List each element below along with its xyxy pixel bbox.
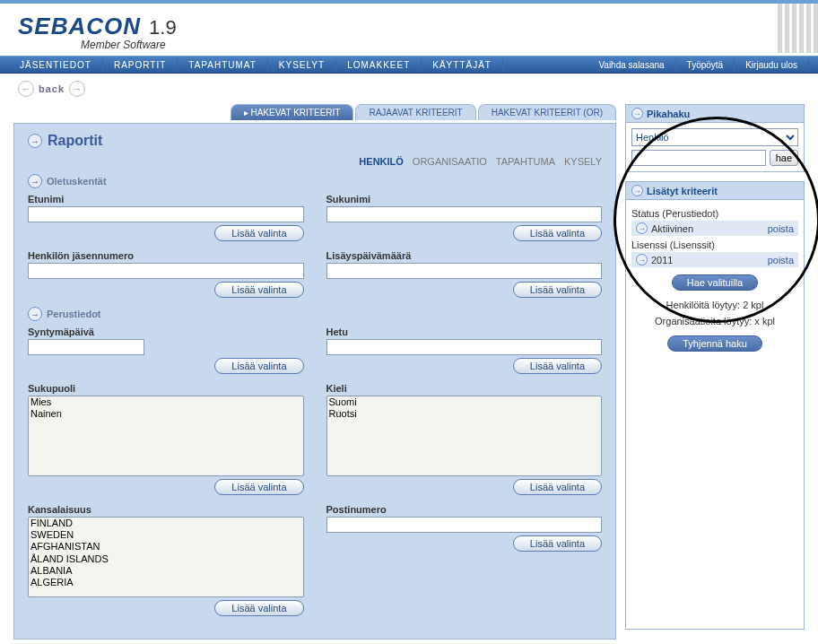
tab-henkilo[interactable]: HENKILÖ xyxy=(359,156,404,167)
brand-tagline: Member Software xyxy=(81,39,800,51)
criteria-group-label: Status (Perustiedot) xyxy=(631,208,798,219)
breadcrumb-bar: ← back → xyxy=(0,74,818,104)
tab-hakevat-kriteerit[interactable]: ▸ HAKEVAT KRITEERIT xyxy=(231,104,354,120)
label-jasennumero: Henkilön jäsennumero xyxy=(28,250,304,261)
label-kansalaisuus: Kansalaisuus xyxy=(28,504,304,515)
tab-kysely[interactable]: KYSELY xyxy=(564,156,602,167)
add-jasennumero-button[interactable]: Lisää valinta xyxy=(214,282,303,298)
tab-hakevat-kriteerit-or[interactable]: HAKEVAT KRITEERIT (OR) xyxy=(478,104,616,120)
quicksearch-title: Pikahaku xyxy=(647,109,690,119)
results-orgs: Organisaatioita löytyy: x kpl xyxy=(631,316,798,326)
criteria-value: 2011 xyxy=(651,255,673,265)
add-postinumero-button[interactable]: Lisää valinta xyxy=(513,535,602,552)
section-title: Perustiedot xyxy=(47,309,101,319)
tab-rajaavat-kriteerit[interactable]: RAJAAVAT KRITEERIT xyxy=(355,104,475,120)
input-etunimi[interactable] xyxy=(28,206,304,222)
app-header: SEBACON 1.9 Member Software xyxy=(0,0,818,56)
criteria-item-icon[interactable]: → xyxy=(636,254,648,265)
label-hetu: Hetu xyxy=(326,326,603,337)
tab-tapahtuma[interactable]: TAPAHTUMA xyxy=(496,156,555,167)
select-kieli[interactable]: Suomi Ruotsi xyxy=(326,396,603,476)
add-hetu-button[interactable]: Lisää valinta xyxy=(513,358,602,374)
header-decoration xyxy=(778,4,818,53)
main-navbar: JÄSENTIEDOT RAPORTIT TAPAHTUMAT KYSELYT … xyxy=(0,56,818,74)
add-sukupuoli-button[interactable]: Lisää valinta xyxy=(214,479,303,495)
quicksearch-type-select[interactable]: Henkilö xyxy=(631,128,798,146)
criteria-tabs: ▸ HAKEVAT KRITEERIT RAJAAVAT KRITEERIT H… xyxy=(13,104,616,120)
expand-icon[interactable]: → xyxy=(631,185,643,196)
nav-item-lomakkeet[interactable]: LOMAKKEET xyxy=(336,57,422,73)
section-toggle-icon[interactable]: → xyxy=(28,174,42,188)
label-etunimi: Etunimi xyxy=(28,194,304,205)
criteria-item: → Aktiivinen poista xyxy=(631,221,798,236)
nav-item-kayttajat[interactable]: KÄYTTÄJÄT xyxy=(422,57,503,73)
remove-criteria-link[interactable]: poista xyxy=(768,223,794,234)
nav-item-raportit[interactable]: RAPORTIT xyxy=(103,57,178,73)
page-title: Raportit xyxy=(48,133,102,149)
search-with-selected-button[interactable]: Hae valituilla xyxy=(672,274,758,291)
section-perustiedot: → Perustiedot xyxy=(28,307,602,321)
remove-criteria-link[interactable]: poista xyxy=(768,255,794,265)
criteria-item: → 2011 poista xyxy=(631,252,798,267)
quicksearch-input[interactable] xyxy=(631,150,766,166)
results-persons: Henkilöitä löytyy: 2 kpl xyxy=(631,300,798,310)
nav-logout[interactable]: Kirjaudu ulos xyxy=(735,57,809,73)
add-syntymapaiva-button[interactable]: Lisää valinta xyxy=(214,358,303,374)
label-postinumero: Postinumero xyxy=(326,504,603,515)
input-syntymapaiva[interactable] xyxy=(28,339,144,355)
nav-desktop[interactable]: Työpöytä xyxy=(676,57,735,73)
brand-logo: SEBACON xyxy=(18,13,141,40)
section-toggle-icon[interactable]: → xyxy=(28,307,42,321)
forward-arrow-icon[interactable]: → xyxy=(69,81,85,97)
input-sukunimi[interactable] xyxy=(326,206,603,222)
label-kieli: Kieli xyxy=(326,383,603,394)
nav-item-kyselyt[interactable]: KYSELYT xyxy=(268,57,336,73)
back-label[interactable]: back xyxy=(39,83,65,94)
select-sukupuoli[interactable]: Mies Nainen xyxy=(28,396,304,476)
add-etunimi-button[interactable]: Lisää valinta xyxy=(214,225,303,241)
input-hetu[interactable] xyxy=(326,339,603,355)
brand-version: 1.9 xyxy=(149,16,177,39)
entity-tabs: HENKILÖ ORGANISAATIO TAPAHTUMA KYSELY xyxy=(28,156,602,167)
nav-change-password[interactable]: Vaihda salasana xyxy=(587,57,675,73)
report-panel: → Raportit HENKILÖ ORGANISAATIO TAPAHTUM… xyxy=(13,123,616,640)
tab-organisaatio[interactable]: ORGANISAATIO xyxy=(413,156,487,167)
label-sukunimi: Sukunimi xyxy=(326,194,603,205)
expand-icon[interactable]: → xyxy=(631,108,643,119)
section-oletuskentat: → Oletuskentät xyxy=(28,174,602,188)
quicksearch-button[interactable]: hae xyxy=(770,150,798,166)
add-kieli-button[interactable]: Lisää valinta xyxy=(513,479,602,495)
input-jasennumero[interactable] xyxy=(28,263,304,279)
label-sukupuoli: Sukupuoli xyxy=(28,383,304,394)
label-lisayspaiva: Lisäyspäivämäärä xyxy=(326,250,603,261)
add-lisayspaiva-button[interactable]: Lisää valinta xyxy=(513,282,602,298)
section-title: Oletuskentät xyxy=(47,176,107,187)
clear-search-button[interactable]: Tyhjennä haku xyxy=(667,335,762,352)
label-syntymapaiva: Syntymäpäivä xyxy=(28,326,304,337)
add-sukunimi-button[interactable]: Lisää valinta xyxy=(513,225,602,241)
expand-icon[interactable]: → xyxy=(28,134,42,148)
nav-item-tapahtumat[interactable]: TAPAHTUMAT xyxy=(178,57,268,73)
criteria-group-label: Lisenssi (Lisenssit) xyxy=(631,239,798,250)
criteria-value: Aktiivinen xyxy=(651,223,693,234)
select-kansalaisuus[interactable]: FINLAND SWEDEN AFGHANISTAN ÅLAND ISLANDS… xyxy=(28,517,304,597)
back-arrow-icon[interactable]: ← xyxy=(18,81,34,97)
quicksearch-box: → Pikahaku Henkilö hae xyxy=(625,104,805,172)
input-lisayspaiva[interactable] xyxy=(326,263,603,279)
criteria-item-icon[interactable]: → xyxy=(636,222,648,234)
nav-item-jasentiedot[interactable]: JÄSENTIEDOT xyxy=(9,57,103,73)
criteria-title: Lisätyt kriteerit xyxy=(647,186,718,196)
criteria-box: → Lisätyt kriteerit Status (Perustiedot)… xyxy=(625,181,805,630)
input-postinumero[interactable] xyxy=(326,517,603,533)
add-kansalaisuus-button[interactable]: Lisää valinta xyxy=(214,600,303,616)
